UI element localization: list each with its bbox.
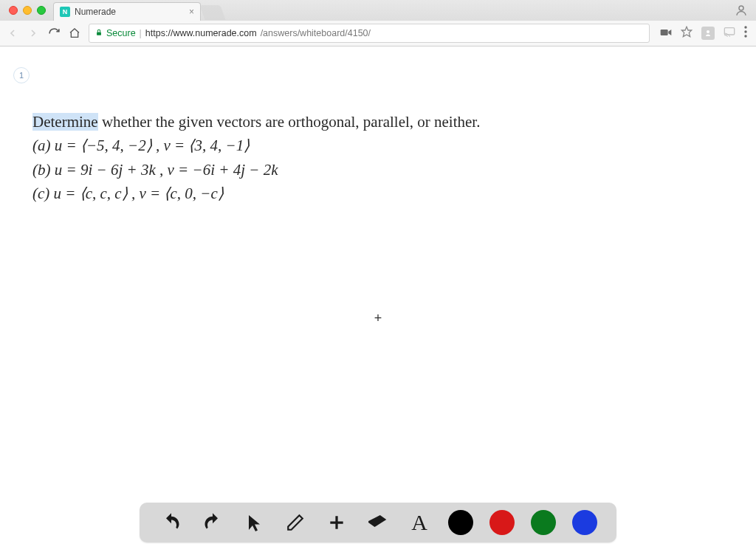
- pencil-tool[interactable]: [283, 510, 308, 535]
- back-button[interactable]: [6, 27, 19, 40]
- undo-button[interactable]: [159, 510, 184, 535]
- svg-point-4: [707, 30, 709, 33]
- text-tool-label: A: [411, 510, 427, 535]
- tab-bar: N Numerade ×: [0, 0, 756, 21]
- home-button[interactable]: [68, 27, 81, 40]
- url-path: /answers/whiteboard/4150/: [261, 28, 371, 38]
- color-green[interactable]: [531, 510, 556, 535]
- window-controls: [6, 6, 53, 15]
- svg-rect-1: [97, 32, 101, 35]
- color-red[interactable]: [489, 510, 515, 535]
- profile-icon[interactable]: [734, 3, 749, 18]
- cursor-crosshair-icon: +: [374, 311, 382, 326]
- problem-line-a: (a) u = ⟨−5, 4, −2⟩ , v = ⟨3, 4, −1⟩: [32, 135, 712, 156]
- url-separator: |: [140, 28, 142, 38]
- favicon-icon: N: [60, 7, 70, 17]
- select-tool[interactable]: [241, 510, 267, 535]
- highlighted-word: Determine: [32, 113, 98, 131]
- problem-intro: Determine whether the given vectors are …: [32, 111, 712, 132]
- close-tab-icon[interactable]: ×: [189, 7, 194, 17]
- svg-point-0: [739, 6, 743, 10]
- problem-line-c: (c) u = ⟨c, c, c⟩ , v = ⟨c, 0, −c⟩: [32, 183, 712, 204]
- extension-icon[interactable]: [701, 27, 715, 40]
- lock-icon: [95, 28, 103, 38]
- cast-icon[interactable]: [724, 27, 735, 40]
- text-tool[interactable]: A: [407, 510, 432, 535]
- add-tool[interactable]: [324, 510, 349, 535]
- page-number-badge[interactable]: 1: [13, 67, 30, 83]
- omnibox-right-icons: [657, 26, 750, 41]
- address-bar-row: Secure | https://www.numerade.com/answer…: [0, 21, 756, 46]
- maximize-window-button[interactable]: [37, 6, 46, 15]
- eraser-tool[interactable]: [365, 510, 391, 535]
- redo-button[interactable]: [200, 510, 225, 535]
- minimize-window-button[interactable]: [23, 6, 32, 15]
- color-blue[interactable]: [572, 510, 597, 535]
- page-content: 1 Determine whether the given vectors ar…: [0, 46, 756, 555]
- problem-text: Determine whether the given vectors are …: [32, 111, 712, 207]
- svg-point-6: [744, 26, 746, 28]
- secure-label: Secure: [106, 28, 136, 38]
- new-tab-button[interactable]: [199, 5, 225, 20]
- close-window-button[interactable]: [9, 6, 18, 15]
- forward-button[interactable]: [27, 27, 40, 40]
- svg-rect-2: [661, 30, 668, 35]
- browser-tab[interactable]: N Numerade ×: [53, 2, 201, 21]
- address-bar[interactable]: Secure | https://www.numerade.com/answer…: [89, 24, 650, 43]
- svg-marker-3: [681, 27, 691, 36]
- reload-button[interactable]: [47, 27, 61, 40]
- svg-point-7: [744, 30, 746, 32]
- problem-line-b: (b) u = 9i − 6j + 3k , v = −6i + 4j − 2k: [32, 159, 712, 180]
- url-host: https://www.numerade.com: [145, 28, 257, 38]
- whiteboard-toolbar: A: [140, 503, 616, 542]
- camera-icon[interactable]: [660, 27, 672, 40]
- svg-point-8: [744, 35, 746, 37]
- star-icon[interactable]: [681, 26, 693, 41]
- tab-title: Numerade: [75, 7, 185, 17]
- menu-icon[interactable]: [744, 26, 747, 41]
- color-black[interactable]: [448, 510, 473, 535]
- intro-rest: whether the given vectors are orthogonal…: [98, 113, 481, 131]
- browser-chrome: N Numerade × Secure | https://www.numera…: [0, 0, 756, 46]
